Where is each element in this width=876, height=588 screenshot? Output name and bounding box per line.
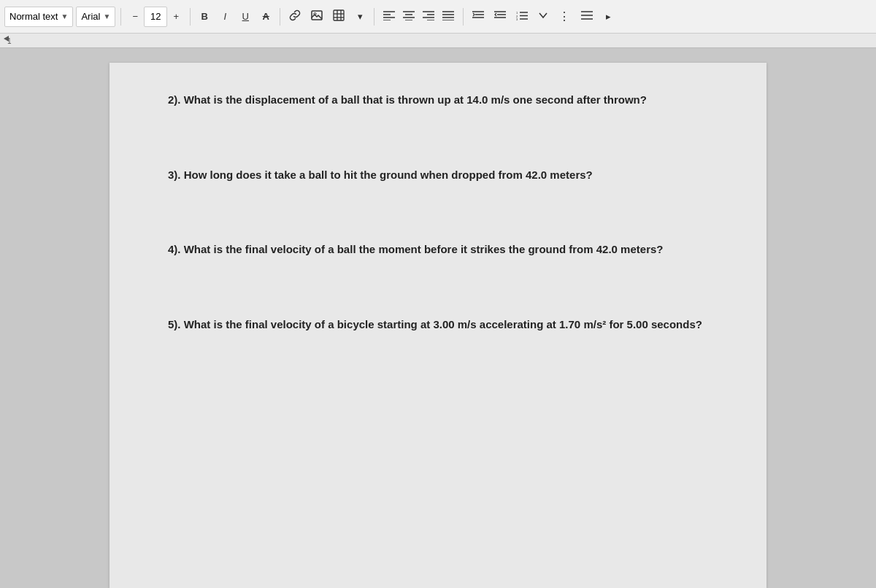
align-center-button[interactable] (399, 7, 418, 27)
overflow-icon: ⋮ (558, 9, 571, 23)
bold-button[interactable]: B (196, 7, 213, 27)
menu-icon (581, 10, 593, 23)
style-label: Normal text (9, 11, 58, 22)
font-label: Arial (81, 11, 100, 22)
list-indent-icon (472, 10, 484, 23)
image-icon (311, 9, 323, 23)
more-chevron-button[interactable]: ▸ (599, 7, 617, 27)
strikethrough-icon: A (263, 11, 269, 22)
question-3-text: 3). How long does it take a ball to hit … (168, 169, 593, 181)
more-options-icon (538, 10, 548, 23)
table-icon (333, 9, 345, 23)
align-left-icon (383, 10, 395, 23)
separator-3 (280, 8, 280, 26)
overflow-button[interactable]: ⋮ (555, 7, 575, 27)
document-area: 2). What is the displacement of a ball t… (0, 48, 876, 588)
question-4: 4). What is the final velocity of a ball… (168, 241, 708, 258)
link-button[interactable] (285, 7, 304, 27)
align-right-icon (423, 10, 434, 23)
font-size-group: − + (126, 7, 185, 27)
list-indent-button[interactable] (469, 7, 488, 27)
align-justify-icon (442, 10, 454, 23)
italic-button[interactable]: I (216, 7, 234, 27)
strikethrough-button[interactable]: A (257, 7, 274, 27)
question-5-text: 5). What is the final velocity of a bicy… (168, 318, 702, 330)
table-dropdown-icon: ▾ (358, 11, 363, 22)
question-5: 5). What is the final velocity of a bicy… (168, 317, 708, 333)
ruler: 1 ruler ticks drawn below via JS (0, 34, 876, 48)
question-2: 2). What is the displacement of a ball t… (168, 92, 708, 109)
numbered-list-icon: 1 2 3 (516, 10, 528, 23)
numbered-list-button[interactable]: 1 2 3 (512, 7, 531, 27)
toolbar: Normal text ▼ Arial ▼ − + B I U A (0, 0, 876, 34)
style-selector[interactable]: Normal text ▼ (4, 7, 73, 27)
style-chevron: ▼ (61, 12, 68, 20)
svg-text:3: 3 (516, 18, 518, 20)
list-outdent-button[interactable] (491, 7, 510, 27)
ruler-svg: 1 ruler ticks drawn below via JS (0, 34, 876, 47)
table-button[interactable] (329, 7, 348, 27)
font-size-increase[interactable]: + (167, 7, 185, 27)
link-icon (289, 9, 301, 23)
separator-1 (120, 8, 121, 26)
align-justify-button[interactable] (439, 7, 458, 27)
more-options-button[interactable] (534, 7, 552, 27)
align-center-icon (403, 10, 415, 23)
separator-4 (374, 8, 374, 26)
separator-5 (463, 8, 464, 26)
menu-button[interactable] (577, 7, 596, 27)
question-4-text: 4). What is the final velocity of a ball… (168, 243, 663, 255)
underline-button[interactable]: U (237, 7, 254, 27)
font-size-input[interactable] (144, 7, 167, 27)
document-page[interactable]: 2). What is the displacement of a ball t… (110, 63, 766, 588)
more-chevron-icon: ▸ (606, 11, 611, 22)
question-3: 3). How long does it take a ball to hit … (168, 167, 708, 184)
question-2-text: 2). What is the displacement of a ball t… (168, 93, 647, 106)
font-chevron: ▼ (103, 12, 110, 20)
font-selector[interactable]: Arial ▼ (76, 7, 115, 27)
alignment-group (380, 7, 458, 27)
table-dropdown-button[interactable]: ▾ (351, 7, 369, 27)
align-left-button[interactable] (380, 7, 399, 27)
list-outdent-icon (494, 10, 506, 23)
svg-rect-38 (0, 34, 876, 47)
separator-2 (190, 8, 191, 26)
svg-rect-2 (334, 10, 344, 20)
align-right-button[interactable] (419, 7, 438, 27)
font-size-decrease[interactable]: − (126, 7, 144, 27)
image-button[interactable] (307, 7, 326, 27)
